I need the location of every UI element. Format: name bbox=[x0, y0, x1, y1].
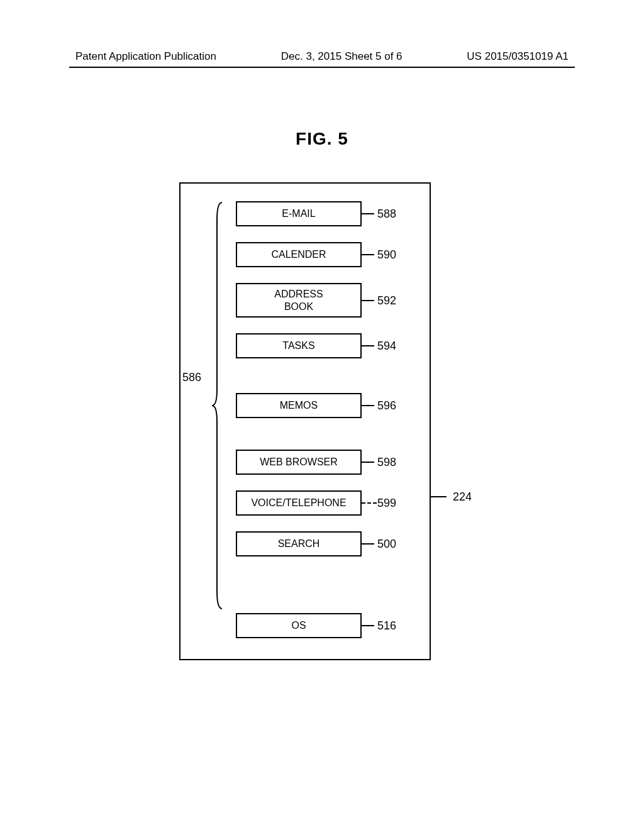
memos-box: MEMOS bbox=[236, 393, 362, 418]
ref-594: 594 bbox=[377, 340, 396, 353]
ref-598: 598 bbox=[377, 456, 396, 469]
calendar-label: CALENDER bbox=[271, 249, 326, 260]
ref-line-598 bbox=[362, 462, 374, 463]
calendar-box: CALENDER bbox=[236, 242, 362, 267]
search-box: SEARCH bbox=[236, 531, 362, 556]
web-browser-label: WEB BROWSER bbox=[260, 456, 338, 468]
memos-label: MEMOS bbox=[280, 400, 318, 411]
ref-596: 596 bbox=[377, 399, 396, 412]
ref-516: 516 bbox=[377, 619, 396, 633]
ref-599: 599 bbox=[377, 497, 396, 510]
os-label: OS bbox=[291, 620, 306, 631]
figure-title: FIG. 5 bbox=[0, 129, 644, 149]
ref-line-592 bbox=[362, 300, 374, 301]
tasks-label: TASKS bbox=[282, 340, 314, 351]
ref-590: 590 bbox=[377, 248, 396, 262]
outer-ref-224: 224 bbox=[453, 490, 472, 504]
ref-line-500 bbox=[362, 543, 374, 545]
address-book-box: ADDRESS BOOK bbox=[236, 283, 362, 318]
ref-592: 592 bbox=[377, 294, 396, 307]
voice-telephone-box: VOICE/TELEPHONE bbox=[236, 490, 362, 516]
search-label: SEARCH bbox=[278, 538, 320, 550]
page-header: Patent Application Publication Dec. 3, 2… bbox=[0, 50, 644, 63]
ref-line-516 bbox=[362, 625, 374, 626]
voice-telephone-label: VOICE/TELEPHONE bbox=[251, 497, 346, 509]
email-box: E-MAIL bbox=[236, 201, 362, 226]
web-browser-box: WEB BROWSER bbox=[236, 450, 362, 475]
outer-ref-line bbox=[431, 496, 447, 497]
bracket-label: 586 bbox=[182, 371, 201, 384]
address-book-label: ADDRESS BOOK bbox=[274, 288, 323, 312]
email-label: E-MAIL bbox=[282, 208, 315, 219]
ref-line-594 bbox=[362, 345, 374, 346]
ref-line-590 bbox=[362, 254, 374, 255]
os-box: OS bbox=[236, 613, 362, 638]
header-right: US 2015/0351019 A1 bbox=[467, 50, 569, 63]
header-divider bbox=[69, 67, 575, 68]
ref-line-596 bbox=[362, 405, 374, 406]
ref-500: 500 bbox=[377, 538, 396, 551]
header-center: Dec. 3, 2015 Sheet 5 of 6 bbox=[281, 50, 402, 63]
tasks-box: TASKS bbox=[236, 333, 362, 358]
bracket-icon bbox=[211, 201, 223, 610]
ref-line-588 bbox=[362, 213, 374, 214]
ref-line-599 bbox=[362, 502, 377, 504]
header-left: Patent Application Publication bbox=[75, 50, 216, 63]
ref-588: 588 bbox=[377, 208, 396, 221]
